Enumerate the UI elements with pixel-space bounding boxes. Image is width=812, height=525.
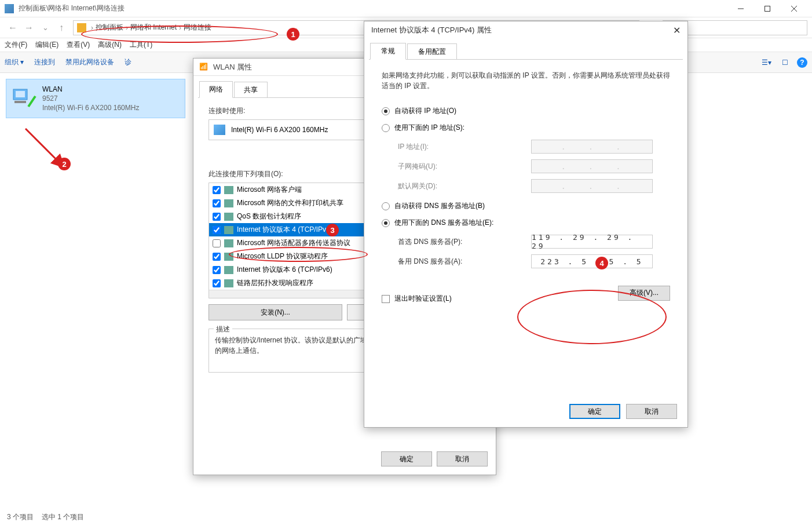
- up-button[interactable]: ↑: [53, 20, 70, 36]
- wifi-adapter-icon: [11, 86, 36, 111]
- ipv4-tabs: 常规 备用配置: [364, 41, 687, 60]
- help-icon[interactable]: ?: [797, 57, 807, 68]
- window-title: 控制面板\网络和 Internet\网络连接: [19, 3, 727, 13]
- subnet-input: . . .: [531, 159, 653, 173]
- component-icon: [224, 253, 233, 261]
- svg-rect-1: [765, 6, 770, 11]
- chevron-right-icon: ›: [179, 24, 181, 32]
- wlan-cancel-button[interactable]: 取消: [437, 451, 488, 466]
- preview-pane-icon[interactable]: ☐: [778, 57, 791, 68]
- item-checkbox[interactable]: [213, 226, 221, 234]
- install-button[interactable]: 安装(N)...: [209, 304, 342, 320]
- component-icon: [224, 226, 233, 234]
- ipv4-ok-button[interactable]: 确定: [569, 404, 620, 419]
- wlan-title: WLAN 属性: [213, 62, 252, 72]
- ipv4-cancel-button[interactable]: 取消: [626, 404, 677, 419]
- network-item-text: WLAN 9527 Intel(R) Wi-Fi 6 AX200 160MHz: [42, 85, 139, 112]
- component-icon: [224, 186, 233, 194]
- titlebar: 控制面板\网络和 Internet\网络连接: [0, 0, 812, 17]
- item-checkbox[interactable]: [213, 279, 221, 287]
- chevron-right-icon: ›: [91, 24, 93, 32]
- item-checkbox[interactable]: [213, 199, 221, 207]
- radio-auto-dns[interactable]: [382, 202, 390, 210]
- ipv4-title: Internet 协议版本 4 (TCP/IPv4) 属性: [371, 25, 492, 35]
- item-checkbox[interactable]: [213, 266, 221, 274]
- svg-rect-6: [14, 101, 26, 103]
- menu-advanced[interactable]: 高级(N): [98, 40, 122, 50]
- close-icon[interactable]: ✕: [673, 25, 681, 36]
- item-label: 链路层拓扑发现响应程序: [237, 278, 313, 288]
- wlan-ok-button[interactable]: 确定: [381, 451, 432, 466]
- ip-address-input: . . .: [531, 140, 653, 154]
- item-label: QoS 数据包计划程序: [237, 212, 301, 221]
- item-checkbox[interactable]: [213, 253, 221, 261]
- disable-device-button[interactable]: 禁用此网络设备: [65, 57, 114, 67]
- menu-file[interactable]: 文件(F): [5, 40, 27, 50]
- manual-ip-radio-row[interactable]: 使用下面的 IP 地址(S):: [382, 123, 670, 133]
- minimize-button[interactable]: [727, 0, 754, 17]
- ipv4-titlebar: Internet 协议版本 4 (TCP/IPv4) 属性 ✕: [364, 21, 687, 39]
- item-checkbox[interactable]: [213, 239, 221, 247]
- menu-view[interactable]: 查看(V): [67, 40, 90, 50]
- status-selected-count: 选中 1 个项目: [42, 512, 84, 522]
- item-label: Internet 协议版本 4 (TCP/IPv4): [237, 225, 332, 235]
- item-checkbox[interactable]: [213, 186, 221, 194]
- tab-network[interactable]: 网络: [199, 81, 233, 98]
- network-ssid: 9527: [42, 94, 139, 103]
- item-label: Microsoft 网络的文件和打印机共享: [237, 198, 343, 208]
- tab-alternate[interactable]: 备用配置: [407, 43, 457, 60]
- item-checkbox[interactable]: [213, 213, 221, 221]
- statusbar: 3 个项目 选中 1 个项目: [0, 509, 812, 525]
- alt-dns-label: 备用 DNS 服务器(A):: [398, 257, 531, 267]
- validate-checkbox-row[interactable]: 退出时验证设置(L): [382, 294, 452, 304]
- manual-dns-label: 使用下面的 DNS 服务器地址(E):: [394, 218, 493, 228]
- item-label: Microsoft 网络客户端: [237, 185, 302, 195]
- svg-rect-5: [16, 91, 25, 97]
- auto-ip-radio-row[interactable]: 自动获得 IP 地址(O): [382, 106, 670, 116]
- gateway-label: 默认网关(D):: [398, 181, 531, 191]
- diagnose-button[interactable]: 诊: [125, 57, 131, 67]
- recent-dropdown[interactable]: ⌄: [37, 20, 53, 36]
- subnet-label: 子网掩码(U):: [398, 162, 531, 172]
- menu-edit[interactable]: 编辑(E): [35, 40, 58, 50]
- breadcrumb-item[interactable]: 网络连接: [184, 23, 211, 32]
- advanced-button[interactable]: 高级(V)...: [618, 286, 670, 301]
- breadcrumb-item[interactable]: 网络和 Internet: [130, 23, 177, 32]
- item-label: Microsoft LLDP 协议驱动程序: [237, 251, 328, 261]
- network-adapter-item[interactable]: WLAN 9527 Intel(R) Wi-Fi 6 AX200 160MHz: [6, 79, 185, 118]
- tab-sharing[interactable]: 共享: [234, 82, 268, 98]
- maximize-button[interactable]: [754, 0, 781, 17]
- gateway-input: . . .: [531, 179, 653, 193]
- alt-dns-input[interactable]: 223 . 5 . 5 . 5: [531, 254, 653, 268]
- forward-button[interactable]: →: [21, 20, 37, 36]
- connect-to-button[interactable]: 连接到: [34, 57, 55, 67]
- preferred-dns-label: 首选 DNS 服务器(P):: [398, 237, 531, 247]
- validate-checkbox[interactable]: [382, 295, 390, 303]
- radio-auto-ip[interactable]: [382, 107, 390, 115]
- intro-text: 如果网络支持此功能，则可以获取自动指派的 IP 设置。否则，你需要从网络系统管理…: [382, 70, 670, 91]
- window-controls: [727, 0, 807, 17]
- menu-tools[interactable]: 工具(T): [130, 40, 152, 50]
- close-button[interactable]: [781, 0, 807, 17]
- ipv4-body: 如果网络支持此功能，则可以获取自动指派的 IP 设置。否则，你需要从网络系统管理…: [369, 59, 683, 314]
- control-panel-icon: [5, 4, 14, 13]
- ipv4-footer: 确定 取消: [569, 404, 677, 419]
- radio-manual-dns[interactable]: [382, 219, 390, 227]
- component-icon: [224, 266, 233, 274]
- component-icon: [224, 199, 233, 207]
- adapter-icon: [214, 125, 225, 135]
- radio-manual-ip[interactable]: [382, 124, 390, 132]
- view-options-icon[interactable]: ☰▾: [760, 57, 773, 68]
- chevron-right-icon: ›: [126, 24, 128, 32]
- organize-button[interactable]: 组织 ▾: [5, 57, 24, 67]
- adapter-name: Intel(R) Wi-Fi 6 AX200 160MHz: [231, 126, 328, 134]
- auto-dns-radio-row[interactable]: 自动获得 DNS 服务器地址(B): [382, 201, 670, 211]
- item-label: Internet 协议版本 6 (TCP/IPv6): [237, 265, 332, 275]
- breadcrumb-item[interactable]: 控制面板: [96, 23, 123, 32]
- preferred-dns-input[interactable]: 119 . 29 . 29 . 29: [531, 235, 653, 249]
- manual-dns-radio-row[interactable]: 使用下面的 DNS 服务器地址(E):: [382, 218, 670, 228]
- tab-general[interactable]: 常规: [370, 43, 406, 60]
- back-button[interactable]: ←: [5, 20, 21, 36]
- wifi-icon: 📶: [199, 63, 209, 72]
- component-icon: [224, 239, 233, 247]
